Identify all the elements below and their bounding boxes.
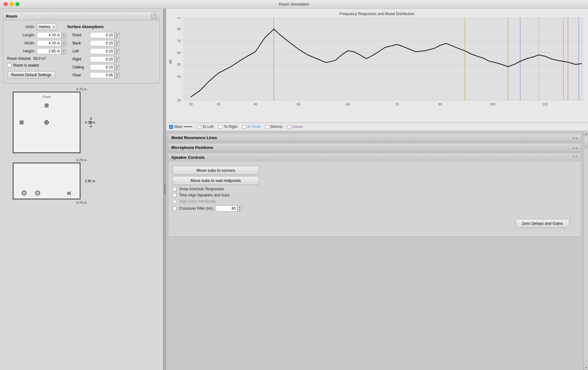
speaker-controls-body: Move subs to corners Move subs to wall m… <box>168 162 581 236</box>
microphone-header[interactable]: Microphone Positions ⌄⌄ <box>168 143 581 152</box>
vertical-divider[interactable] <box>164 9 166 370</box>
back-up[interactable]: ▲ <box>115 40 119 43</box>
side-width-label: 4.70 m <box>6 158 157 162</box>
right-down[interactable]: ▼ <box>115 59 119 62</box>
width-down[interactable]: ▼ <box>61 43 66 46</box>
left-row: Left ▲ ▼ <box>73 48 119 54</box>
back-input-group: ▲ ▼ <box>90 40 119 46</box>
scroll-down-button[interactable]: ▼ <box>584 365 588 370</box>
floor-row: Floor ▲ ▼ <box>73 72 119 78</box>
floor-input[interactable] <box>90 72 115 78</box>
scroll-thumb[interactable] <box>584 136 587 149</box>
length-down[interactable]: ▼ <box>61 35 66 38</box>
divider-handle <box>164 185 165 194</box>
traffic-lights <box>4 2 19 6</box>
length-label: Length: <box>7 33 35 37</box>
legend-to-left[interactable]: To Left <box>197 125 214 129</box>
floor-up[interactable]: ▲ <box>115 72 119 75</box>
y-label-85: 85 <box>177 27 181 31</box>
width-input[interactable]: 4.70 m <box>37 40 61 46</box>
zero-delays-gains-button[interactable]: Zero Delays and Gains <box>515 219 569 228</box>
room-diagrams: 4.70 m Front <box>3 86 160 206</box>
close-button[interactable] <box>4 2 8 6</box>
top-width-label: 4.70 m <box>6 87 157 91</box>
speaker-left <box>20 121 23 124</box>
floor-spinner: ▲ ▼ <box>115 72 119 78</box>
legend-main-checkbox[interactable] <box>169 125 173 129</box>
scroll-up-button[interactable]: ▲ <box>584 131 588 136</box>
room-dimensions: Length: 4.70 m ▲ ▼ Width: <box>7 32 66 80</box>
ceiling-input[interactable] <box>90 64 115 70</box>
crossover-input-group: ▲ ▼ <box>216 205 242 212</box>
units-select[interactable]: metres feet <box>37 23 56 30</box>
svg-text:30: 30 <box>217 102 220 106</box>
height-down[interactable]: ▼ <box>61 51 66 54</box>
legend-to-right-checkbox[interactable] <box>219 125 223 129</box>
right-input[interactable] <box>90 56 115 62</box>
room-sealed-checkbox[interactable] <box>7 63 11 68</box>
modal-resonance-section: Modal Resonance Lines ⌄⌄ <box>168 133 582 142</box>
legend-to-right-label: To Right <box>224 125 237 129</box>
legend-to-left-checkbox[interactable] <box>197 125 201 129</box>
legend-above[interactable]: Above <box>287 125 303 129</box>
length-up[interactable]: ▲ <box>61 32 66 35</box>
legend-behind-checkbox[interactable] <box>265 125 269 129</box>
speaker-controls-section: Speaker Controls ⌃⌃ Move subs to corners… <box>168 153 582 237</box>
right-scroll-area: Modal Resonance Lines ⌄⌄ Microphone Posi… <box>166 131 588 370</box>
crossover-checkbox[interactable] <box>173 207 177 211</box>
ceiling-up[interactable]: ▲ <box>115 64 119 67</box>
crossover-input[interactable] <box>216 205 237 212</box>
front-down[interactable]: ▼ <box>115 35 119 38</box>
legend-in-front[interactable]: In Front <box>242 125 260 129</box>
front-input[interactable] <box>90 32 115 38</box>
front-row: Front ▲ ▼ <box>73 32 119 38</box>
crossover-down[interactable]: ▼ <box>237 208 242 212</box>
modal-resonance-header[interactable]: Modal Resonance Lines ⌄⌄ <box>168 134 581 142</box>
room-section-header[interactable]: Room ⌃ <box>3 12 160 20</box>
room-section-body: Units: metres feet Surface Absorptions <box>3 20 160 84</box>
height-up[interactable]: ▲ <box>61 48 66 51</box>
side-bottom-label: 4.70 m <box>6 201 157 204</box>
front-up[interactable]: ▲ <box>115 32 119 35</box>
legend-above-checkbox[interactable] <box>287 125 291 129</box>
ceiling-down[interactable]: ▼ <box>115 67 119 70</box>
left-down[interactable]: ▼ <box>115 51 119 54</box>
room-sealed-row: Room is sealed <box>7 63 66 68</box>
floor-down[interactable]: ▼ <box>115 75 119 78</box>
back-down[interactable]: ▼ <box>115 43 119 46</box>
y-label-55: 55 <box>177 63 181 66</box>
modal-resonance-title: Modal Resonance Lines <box>171 135 217 140</box>
length-input[interactable]: 4.70 m <box>37 32 61 38</box>
front-label: Front <box>73 33 88 37</box>
speaker-controls-title: Speaker Controls <box>171 155 205 160</box>
crossover-up[interactable]: ▲ <box>237 205 242 208</box>
width-up[interactable]: ▲ <box>61 40 66 43</box>
move-subs-wall-button[interactable]: Move subs to wall midpoints <box>173 176 259 185</box>
top-view-box: Front <box>13 92 81 153</box>
legend-in-front-checkbox[interactable] <box>242 125 246 129</box>
height-input[interactable]: 2.85 m <box>37 48 61 54</box>
right-up[interactable]: ▲ <box>115 56 119 59</box>
room-collapse-button[interactable]: ⌃ <box>152 13 157 19</box>
show-anechoic-row: Show Anechoic Responses <box>173 187 577 191</box>
left-spinner: ▲ ▼ <box>115 48 119 54</box>
align-subs-checkbox[interactable] <box>173 199 177 204</box>
legend-main[interactable]: Main <box>169 125 192 129</box>
time-align-checkbox[interactable] <box>173 193 177 197</box>
left-input[interactable] <box>90 48 115 54</box>
show-anechoic-checkbox[interactable] <box>173 187 177 191</box>
back-input[interactable] <box>90 40 115 46</box>
top-view-container: 4.70 m Front <box>6 87 157 153</box>
legend-to-right[interactable]: To Right <box>219 125 237 129</box>
ceiling-spinner: ▲ ▼ <box>115 64 119 70</box>
microphone-title: Microphone Positions <box>171 145 213 150</box>
speaker-controls-header[interactable]: Speaker Controls ⌃⌃ <box>168 153 581 162</box>
restore-defaults-button[interactable]: Restore Default Settings <box>7 71 55 79</box>
left-up[interactable]: ▲ <box>115 48 119 51</box>
minimize-button[interactable] <box>10 2 14 6</box>
move-subs-corners-button[interactable]: Move subs to corners <box>173 166 259 175</box>
side-view-box <box>13 162 81 199</box>
maximize-button[interactable] <box>15 2 19 6</box>
legend-behind[interactable]: Behind <box>265 125 282 129</box>
legend-in-front-label: In Front <box>248 125 260 129</box>
